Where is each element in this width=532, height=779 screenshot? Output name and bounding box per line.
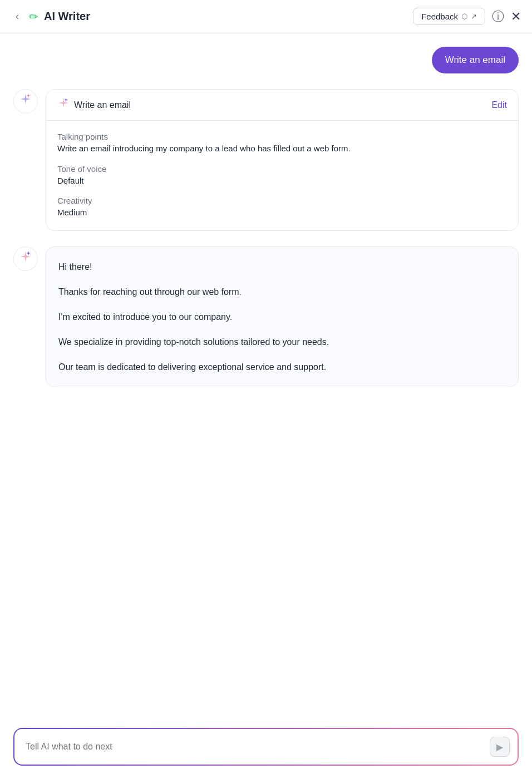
main-content: Write an email bbox=[0, 33, 532, 458]
response-para-3: We specialize in providing top-notch sol… bbox=[58, 334, 506, 349]
app-title: AI Writer bbox=[44, 10, 90, 23]
send-button[interactable]: ▶ bbox=[490, 737, 510, 757]
sparkle-icon-2 bbox=[19, 250, 32, 267]
email-card-title: Write an email bbox=[57, 97, 131, 112]
talking-points-value: Write an email introducing my company to… bbox=[57, 142, 507, 155]
response-para-4: Our team is dedicated to delivering exce… bbox=[58, 359, 506, 374]
response-para-2: I'm excited to introduce you to our comp… bbox=[58, 309, 506, 324]
response-text: Hi there! Thanks for reaching out throug… bbox=[58, 259, 506, 375]
input-bar: ▶ bbox=[13, 728, 519, 766]
creativity-field: Creativity Medium bbox=[57, 196, 507, 219]
response-row: Hi there! Thanks for reaching out throug… bbox=[13, 246, 519, 388]
tone-value: Default bbox=[57, 175, 507, 188]
ai-avatar-1 bbox=[13, 89, 38, 114]
pink-sparkle-icon bbox=[57, 97, 70, 112]
tone-field: Tone of voice Default bbox=[57, 164, 507, 188]
user-message-text: Write an email bbox=[445, 55, 505, 65]
user-bubble: Write an email bbox=[432, 47, 519, 73]
pencil-icon: ✏ bbox=[29, 10, 38, 23]
sparkle-icon-1 bbox=[19, 93, 32, 110]
ext-arrow-icon: ↗ bbox=[471, 12, 477, 21]
info-button[interactable]: ⓘ bbox=[492, 11, 504, 23]
ai-avatar-2 bbox=[13, 246, 38, 271]
creativity-label: Creativity bbox=[57, 196, 507, 205]
send-icon: ▶ bbox=[496, 742, 503, 752]
response-para-1: Thanks for reaching out through our web … bbox=[58, 284, 506, 299]
close-icon: ✕ bbox=[511, 9, 521, 23]
user-message-row: Write an email bbox=[13, 47, 519, 73]
email-card-title-text: Write an email bbox=[74, 100, 131, 110]
feedback-label: Feedback bbox=[421, 12, 458, 21]
response-card: Hi there! Thanks for reaching out throug… bbox=[46, 246, 519, 388]
back-icon: ‹ bbox=[16, 11, 19, 22]
email-card: Write an email Edit Talking points Write… bbox=[46, 89, 519, 231]
talking-points-field: Talking points Write an email introducin… bbox=[57, 132, 507, 155]
ai-input[interactable] bbox=[26, 742, 490, 752]
info-icon: ⓘ bbox=[492, 9, 504, 23]
back-button[interactable]: ‹ bbox=[11, 8, 23, 24]
app-header: ‹ ✏ AI Writer Feedback ⬡ ↗ ⓘ ✕ bbox=[0, 0, 532, 33]
talking-points-label: Talking points bbox=[57, 132, 507, 141]
creativity-value: Medium bbox=[57, 206, 507, 219]
input-bar-container: ▶ bbox=[0, 719, 532, 779]
feedback-button[interactable]: Feedback ⬡ ↗ bbox=[413, 8, 485, 25]
email-card-body: Talking points Write an email introducin… bbox=[46, 121, 518, 230]
response-para-0: Hi there! bbox=[58, 259, 506, 274]
edit-button[interactable]: Edit bbox=[491, 100, 507, 110]
header-right: Feedback ⬡ ↗ ⓘ ✕ bbox=[413, 8, 521, 25]
tone-label: Tone of voice bbox=[57, 164, 507, 174]
close-button[interactable]: ✕ bbox=[511, 11, 521, 23]
external-link-icon: ⬡ bbox=[461, 12, 467, 21]
email-card-header: Write an email Edit bbox=[46, 90, 518, 121]
header-left: ‹ ✏ AI Writer bbox=[11, 8, 90, 24]
edit-label: Edit bbox=[491, 100, 507, 110]
email-card-row: Write an email Edit Talking points Write… bbox=[13, 89, 519, 231]
